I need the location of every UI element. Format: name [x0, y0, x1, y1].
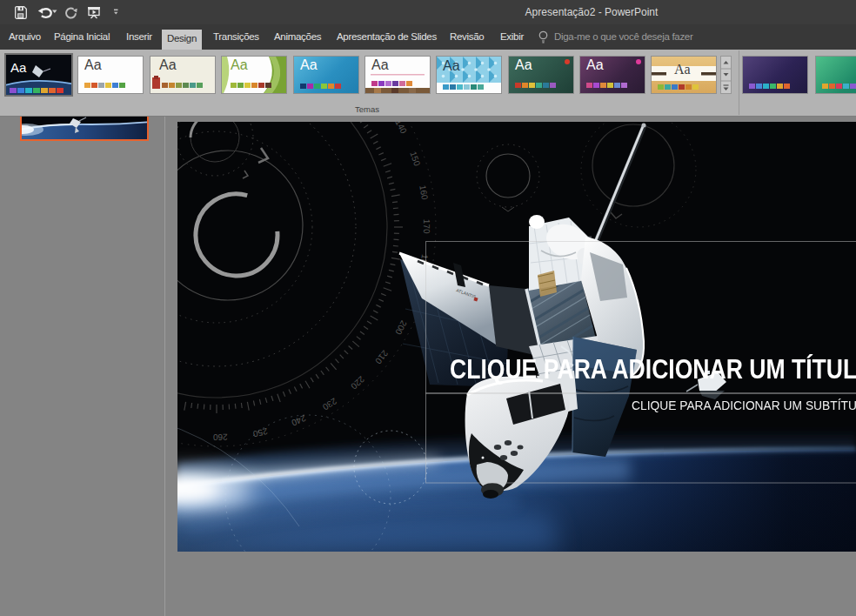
- svg-text:170: 170: [422, 219, 431, 234]
- svg-text:Aa: Aa: [10, 60, 27, 75]
- svg-text:260: 260: [212, 432, 227, 442]
